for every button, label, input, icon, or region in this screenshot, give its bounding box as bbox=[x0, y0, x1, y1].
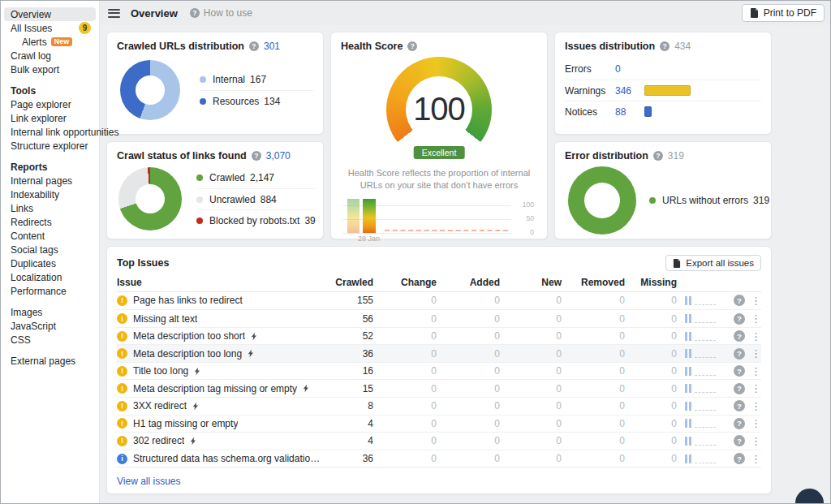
sidebar-item[interactable]: Redirects bbox=[4, 215, 96, 229]
severity-count-link[interactable]: 346 bbox=[615, 85, 644, 97]
sidebar-item[interactable]: Localization bbox=[4, 270, 96, 284]
sidebar-item[interactable] bbox=[4, 76, 96, 84]
kebab-menu-icon[interactable]: ⋮ bbox=[745, 295, 761, 306]
sidebar-item[interactable]: Link explorer bbox=[4, 111, 96, 125]
issue-row[interactable]: ! 3XX redirect 8 0 0 0 0 0 ? ⋮ bbox=[117, 397, 761, 415]
help-icon[interactable]: ? bbox=[660, 41, 670, 51]
sidebar-item[interactable]: Alerts New bbox=[4, 35, 96, 49]
health-score-history-chart: 100 50 0 28 Jan bbox=[342, 197, 536, 244]
sidebar-item-label: Tools bbox=[11, 85, 36, 97]
issue-row[interactable]: i Structured data has schema.org validat… bbox=[117, 450, 761, 467]
crawled-value: 16 bbox=[325, 365, 373, 377]
sidebar-item[interactable]: Indexability bbox=[4, 187, 96, 201]
added-value: 0 bbox=[437, 295, 500, 306]
issue-row[interactable]: ! Meta description too long 36 0 0 0 0 0… bbox=[117, 344, 761, 362]
help-icon[interactable]: ? bbox=[734, 435, 745, 446]
help-icon[interactable]: ? bbox=[407, 41, 417, 51]
kebab-menu-icon[interactable]: ⋮ bbox=[745, 436, 761, 446]
help-icon[interactable]: ? bbox=[734, 418, 745, 429]
kebab-menu-icon[interactable]: ⋮ bbox=[745, 418, 761, 429]
card-title: Issues distribution bbox=[565, 41, 655, 52]
kebab-menu-icon[interactable]: ⋮ bbox=[745, 383, 761, 394]
sidebar-item-label: JavaScript bbox=[11, 321, 56, 332]
severity-count-link[interactable]: 88 bbox=[615, 106, 644, 118]
severity-icon: ! bbox=[117, 366, 127, 377]
crawled-urls-total-link[interactable]: 301 bbox=[264, 41, 280, 52]
help-icon[interactable]: ? bbox=[734, 400, 745, 411]
error-distribution-card: Error distribution ? 319 URLs without er… bbox=[554, 141, 772, 239]
issue-row[interactable]: ! Meta description tag missing or empty … bbox=[117, 379, 761, 397]
export-all-issues-button[interactable]: Export all issues bbox=[665, 255, 761, 271]
legend-item: Crawled 2,147 bbox=[196, 167, 316, 188]
sidebar-item[interactable]: Bulk export bbox=[4, 62, 96, 76]
help-icon[interactable]: ? bbox=[734, 383, 745, 394]
issue-row[interactable]: ! Title too long 16 0 0 0 0 0 ? ⋮ bbox=[117, 362, 761, 380]
sidebar-item[interactable]: Links bbox=[4, 201, 96, 215]
change-value: 0 bbox=[373, 330, 437, 342]
issue-row[interactable]: ! 302 redirect 4 0 0 0 0 0 ? ⋮ bbox=[117, 432, 761, 450]
issues-distribution-row: Warnings 346 bbox=[565, 80, 761, 101]
sidebar-item[interactable]: Performance bbox=[4, 284, 96, 298]
crawled-value: 8 bbox=[325, 400, 373, 411]
sidebar-item[interactable]: Social tags bbox=[4, 243, 96, 256]
sidebar-item[interactable]: Internal pages bbox=[4, 174, 96, 187]
help-icon[interactable]: ? bbox=[734, 313, 745, 325]
sidebar-item[interactable]: All Issues 9 bbox=[4, 21, 96, 35]
sidebar-item[interactable]: Overview bbox=[4, 7, 96, 21]
sidebar-item[interactable]: Duplicates bbox=[4, 256, 96, 270]
history-bar[interactable] bbox=[347, 199, 360, 233]
help-icon[interactable]: ? bbox=[734, 453, 745, 464]
help-icon[interactable]: ? bbox=[734, 330, 745, 342]
issue-row[interactable]: ! H1 tag missing or empty 4 0 0 0 0 0 ? … bbox=[117, 415, 761, 433]
removed-value: 0 bbox=[562, 295, 625, 306]
crawl-status-total-link[interactable]: 3,070 bbox=[266, 150, 291, 162]
severity-icon: ! bbox=[117, 295, 127, 306]
help-icon[interactable]: ? bbox=[734, 348, 745, 360]
issue-row[interactable]: ! Meta description too short 52 0 0 0 0 … bbox=[117, 327, 761, 345]
kebab-menu-icon[interactable]: ⋮ bbox=[745, 366, 761, 377]
change-value: 0 bbox=[373, 295, 437, 306]
kebab-menu-icon[interactable]: ⋮ bbox=[745, 454, 761, 464]
kebab-menu-icon[interactable]: ⋮ bbox=[745, 313, 761, 324]
kebab-menu-icon[interactable]: ⋮ bbox=[745, 348, 761, 359]
kebab-menu-icon[interactable]: ⋮ bbox=[745, 331, 761, 342]
legend-item: Blocked by robots.txt 39 bbox=[196, 209, 316, 230]
sidebar-item[interactable]: Crawl log bbox=[4, 49, 96, 62]
help-icon[interactable]: ? bbox=[653, 151, 663, 161]
issue-row[interactable]: ! Page has links to redirect 155 0 0 0 0… bbox=[117, 292, 761, 310]
view-all-issues-link[interactable]: View all issues bbox=[117, 476, 180, 487]
sidebar-item[interactable] bbox=[4, 347, 96, 354]
menu-icon[interactable] bbox=[108, 9, 120, 18]
sidebar-item-label: Content bbox=[11, 230, 45, 242]
sidebar-item[interactable]: Content bbox=[4, 229, 96, 243]
new-value: 0 bbox=[500, 383, 562, 394]
sidebar-item[interactable]: JavaScript bbox=[4, 319, 96, 333]
missing-value: 0 bbox=[625, 365, 677, 377]
column-header-crawled: Crawled bbox=[325, 277, 373, 288]
chat-widget-button[interactable] bbox=[795, 489, 824, 504]
change-value: 0 bbox=[373, 348, 437, 360]
sidebar-item[interactable]: Images bbox=[4, 305, 96, 319]
help-icon[interactable]: ? bbox=[252, 151, 261, 161]
severity-count-link[interactable]: 0 bbox=[615, 63, 644, 75]
kebab-menu-icon[interactable]: ⋮ bbox=[745, 401, 761, 411]
sidebar-item[interactable] bbox=[4, 298, 96, 305]
legend-dot bbox=[196, 174, 203, 181]
sidebar-item[interactable]: External pages bbox=[4, 354, 96, 368]
sidebar-item[interactable]: CSS bbox=[4, 333, 96, 347]
x-axis-date-label: 28 Jan bbox=[358, 235, 380, 243]
issue-row[interactable]: ! Missing alt text 56 0 0 0 0 0 ? ⋮ bbox=[117, 309, 761, 327]
sidebar-item[interactable]: Internal link opportunities bbox=[4, 125, 96, 139]
how-to-use-link[interactable]: ? How to use bbox=[190, 7, 252, 19]
help-icon[interactable]: ? bbox=[734, 295, 745, 306]
change-value: 0 bbox=[373, 313, 437, 325]
health-score-card: Health Score ? 100 Excellent Health Scor… bbox=[330, 32, 548, 239]
sidebar-item[interactable]: Page explorer bbox=[4, 97, 96, 111]
crawled-value: 155 bbox=[325, 295, 373, 306]
print-to-pdf-button[interactable]: Print to PDF bbox=[742, 4, 825, 22]
help-icon[interactable]: ? bbox=[249, 41, 259, 51]
history-bar[interactable] bbox=[363, 199, 376, 233]
sidebar-item[interactable]: Structure explorer bbox=[4, 139, 96, 153]
help-icon[interactable]: ? bbox=[734, 365, 745, 377]
sidebar-item[interactable] bbox=[4, 153, 96, 160]
